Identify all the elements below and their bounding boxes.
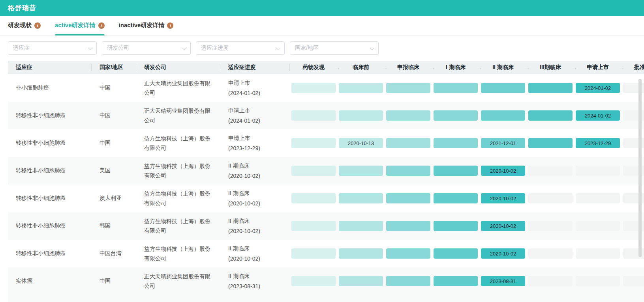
page-title: 格舒瑞昔 (8, 4, 36, 13)
company-cell: 正大天晴药业集团股份有限公司 (136, 106, 220, 125)
phase-header-3: 申报临床→ (385, 61, 432, 74)
indication-text: 转移性非小细胞肺癌 (16, 112, 92, 119)
indication-text: 转移性非小细胞肺癌 (16, 195, 92, 202)
phase-header-1: 药物发现→ (290, 61, 337, 74)
indication-filter[interactable]: 适应症 (8, 41, 97, 55)
stage-bar-filled (386, 110, 430, 121)
company-filter[interactable]: 研发公司 (102, 41, 191, 55)
phase-header-label: II 期临床 (492, 64, 514, 71)
phase-header-label: I 期临床 (446, 64, 466, 71)
table-row: 实体瘤中国正大天晴药业集团股份有限公司II 期临床(2023-08-31)202… (8, 267, 644, 302)
stage-bar-filled (339, 248, 383, 259)
tab-active-rd-detail[interactable]: active研发详情i (55, 16, 105, 35)
stage-cell: 2020-10-02 (479, 193, 527, 203)
progress-stage-text: II 期临床 (228, 216, 290, 226)
stage-bar-filled (528, 83, 573, 93)
stage-bar-filled (291, 276, 336, 286)
stage-cell (527, 193, 574, 203)
stage-bar-filled (339, 166, 383, 176)
stage-bar-empty (576, 276, 620, 286)
stage-cell: 2023-08-31 (479, 276, 527, 286)
stage-bar-filled (528, 110, 573, 121)
progress-date-text: (2024-01-02) (228, 88, 290, 98)
stage-bar-filled: 2021-12-01 (481, 138, 525, 148)
progress-stage-text: II 期临床 (228, 160, 290, 171)
tab-rd-status[interactable]: 研发现状i (8, 16, 41, 35)
stage-bar-empty (576, 221, 620, 231)
vertical-scrollbar-thumb[interactable] (638, 79, 642, 257)
stage-cell (337, 83, 385, 93)
stage-cell (337, 276, 385, 286)
info-icon[interactable]: i (98, 22, 105, 29)
stage-bar-filled (386, 221, 430, 231)
stage-cell (527, 248, 574, 259)
indication-text: 转移性非小细胞肺癌 (16, 140, 92, 147)
company-cell: 正大天晴药业集团股份有限公司 (136, 78, 220, 97)
progress-cell: 申请上市(2024-01-02) (220, 105, 290, 126)
info-icon[interactable]: i (167, 22, 173, 29)
stage-bar-filled: 2023-12-29 (576, 138, 620, 148)
stage-cell (527, 110, 574, 121)
stage-cell (432, 221, 479, 231)
stage-cell (290, 166, 337, 176)
progress-date-text: (2020-10-02) (228, 198, 290, 209)
stage-bar-filled: 2020-10-02 (481, 221, 525, 231)
progress-cell: II 期临床(2020-10-02) (220, 216, 290, 236)
stage-bar-filled (434, 110, 478, 121)
table-row: 转移性非小细胞肺癌美国益方生物科技（上海）股份有限公司II 期临床(2020-1… (8, 157, 644, 185)
phase-header-4: I 期临床→ (432, 61, 479, 74)
company-text: 益方生物科技（上海）股份有限公司 (144, 134, 214, 153)
stage-cell (385, 166, 432, 176)
tab-inactive-rd-detail[interactable]: inactive研发详情i (119, 16, 174, 35)
region-cell: 澳大利亚 (92, 195, 136, 202)
info-icon[interactable]: i (34, 22, 41, 29)
stage-bar-filled (339, 193, 383, 203)
column-header-label: 适应症进度 (228, 64, 256, 71)
data-table: 适应症国家/地区研发公司适应症进度药物发现→临床前→申报临床→I 期临床→II … (8, 61, 644, 302)
region-text: 韩国 (100, 222, 136, 229)
stage-bar-filled (291, 193, 336, 203)
stage-bar-filled (481, 83, 525, 93)
company-text: 益方生物科技（上海）股份有限公司 (144, 161, 214, 180)
stage-bar-filled (291, 83, 336, 93)
stage-bar-filled (291, 221, 336, 231)
region-filter[interactable]: 国家/地区 (290, 41, 379, 55)
stage-bar-filled (434, 221, 478, 231)
stage-cell (385, 193, 432, 203)
stage-cell (337, 221, 385, 231)
stage-bar-filled (291, 138, 336, 148)
stage-cell (290, 83, 337, 93)
table-row: 转移性非小细胞肺癌中国正大天晴药业集团股份有限公司申请上市(2024-01-02… (8, 102, 644, 129)
indication-text: 转移性非小细胞肺癌 (16, 250, 92, 257)
progress-filter[interactable]: 适应症进度 (196, 41, 285, 55)
stage-bar-empty (528, 193, 573, 203)
stage-bar-filled: 2020-10-02 (481, 193, 525, 203)
indication-cell: 转移性非小细胞肺癌 (8, 167, 92, 174)
indication-text: 实体瘤 (16, 278, 92, 285)
stage-bar-filled (434, 193, 478, 203)
progress-stage-text: 申请上市 (228, 78, 290, 88)
progress-stage-text: II 期临床 (228, 188, 290, 198)
stage-cell: 2020-10-13 (337, 138, 385, 148)
table-header: 适应症国家/地区研发公司适应症进度药物发现→临床前→申报临床→I 期临床→II … (8, 61, 644, 74)
indication-cell: 转移性非小细胞肺癌 (8, 195, 92, 202)
table-row: 非小细胞肺癌中国正大天晴药业集团股份有限公司申请上市(2024-01-02)20… (8, 74, 644, 102)
phase-header-5: II 期临床→ (479, 61, 527, 74)
indication-text: 非小细胞肺癌 (16, 84, 92, 91)
company-text: 正大天晴药业集团股份有限公司 (144, 272, 214, 291)
column-header-label: 研发公司 (144, 64, 166, 71)
region-cell: 中国 (92, 140, 136, 147)
progress-date-text: (2024-01-02) (228, 116, 290, 126)
progress-cell: 申请上市(2024-01-02) (220, 78, 290, 98)
region-cell: 中国 (92, 278, 136, 285)
stage-cell (337, 248, 385, 259)
table-row: 转移性非小细胞肺癌韩国益方生物科技（上海）股份有限公司II 期临床(2020-1… (8, 212, 644, 240)
phase-header-label: 临床前 (353, 64, 369, 71)
stage-cell (385, 110, 432, 121)
stage-bar-filled (291, 110, 336, 121)
chevron-down-icon (276, 45, 281, 50)
region-text: 澳大利亚 (100, 195, 136, 202)
indication-cell: 转移性非小细胞肺癌 (8, 112, 92, 119)
region-cell: 中国台湾 (92, 250, 136, 257)
table-row: 转移性非小细胞肺癌中国台湾益方生物科技（上海）股份有限公司II 期临床(2020… (8, 240, 644, 267)
